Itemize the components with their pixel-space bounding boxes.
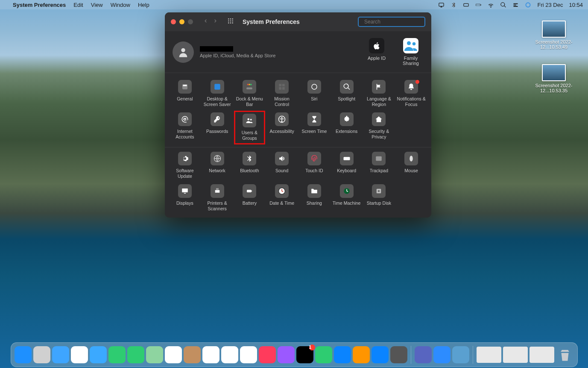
dock-pages[interactable] (353, 346, 370, 363)
pref-print[interactable]: Printers & Scanners (202, 183, 233, 213)
control-center-icon[interactable] (512, 2, 519, 8)
bluetooth-off-icon[interactable] (451, 2, 457, 8)
security-icon (372, 112, 386, 126)
close-button[interactable] (171, 19, 176, 24)
pref-touch[interactable]: Touch ID (298, 150, 330, 181)
pref-spotlight[interactable]: Spotlight (331, 78, 363, 109)
dock-chrome[interactable] (71, 346, 88, 363)
pref-users[interactable]: Users & Groups (234, 111, 266, 144)
wifi-icon[interactable] (488, 2, 494, 8)
pref-dock[interactable]: Dock & Menu Bar (234, 78, 266, 109)
passwd-icon (211, 112, 224, 126)
pref-batt[interactable]: Battery (234, 183, 266, 213)
show-all-icon[interactable] (227, 18, 234, 26)
dock-downloads2[interactable] (503, 347, 528, 363)
dock-zoom[interactable] (433, 346, 451, 363)
dock-numbers[interactable] (315, 346, 332, 363)
dock-contacts[interactable] (184, 346, 201, 363)
pref-passwd[interactable]: Passwords (202, 111, 233, 144)
spotlight-icon[interactable] (500, 2, 506, 8)
pref-label: Internet Accounts (170, 129, 200, 140)
menu-help[interactable]: Help (138, 2, 149, 8)
pref-siri[interactable]: Siri (298, 78, 330, 109)
dock-safari[interactable] (52, 346, 69, 363)
desktop-file[interactable]: Screenshot 2022-12...10.53.35 (532, 64, 575, 93)
pref-bt[interactable]: Bluetooth (234, 150, 266, 181)
svg-point-35 (410, 156, 413, 162)
svg-rect-24 (249, 84, 250, 85)
keyboard-input-icon[interactable] (463, 2, 469, 8)
pref-lang[interactable]: Language & Region (363, 78, 395, 109)
dock-preview[interactable] (452, 346, 469, 363)
pref-desktop[interactable]: Desktop & Screen Saver (202, 78, 233, 109)
pref-intacc[interactable]: Internet Accounts (169, 111, 201, 144)
profile-row[interactable]: Apple ID, iCloud, Media & App Store Appl… (165, 31, 431, 73)
menu-window[interactable]: Window (111, 2, 130, 8)
app-menu[interactable]: System Preferences (13, 2, 66, 8)
dock-keynote[interactable] (334, 346, 351, 363)
pref-keyboard[interactable]: Keyboard (331, 150, 363, 181)
family-sharing-button[interactable]: Family Sharing (398, 38, 424, 66)
spotlight-icon (340, 80, 354, 94)
battery-icon[interactable] (475, 2, 482, 8)
dock-downloads1[interactable] (477, 347, 501, 363)
pref-sharing[interactable]: Sharing (298, 183, 330, 213)
bt-icon (243, 152, 256, 165)
forward-button[interactable] (213, 18, 218, 26)
dock-finder[interactable] (15, 346, 32, 363)
pref-trackpad[interactable]: Trackpad (363, 150, 395, 181)
pref-general[interactable]: General (169, 78, 201, 109)
menu-view[interactable]: View (91, 2, 103, 8)
dock-appstore[interactable] (372, 346, 389, 363)
pref-access[interactable]: Accessibility (266, 111, 298, 144)
dock-downloads3[interactable] (529, 347, 554, 363)
touch-icon (307, 152, 321, 165)
siri-icon[interactable] (525, 2, 531, 8)
dock-maps[interactable] (146, 346, 163, 363)
back-button[interactable] (203, 18, 208, 26)
menu-edit[interactable]: Edit (73, 2, 83, 8)
dock-sysprefs[interactable] (390, 346, 407, 363)
pref-mission[interactable]: Mission Control (266, 78, 298, 109)
pref-tm[interactable]: Time Machine (331, 183, 363, 213)
pref-disp[interactable]: Displays (169, 183, 201, 213)
desktop-icon (211, 80, 224, 94)
dock-messages[interactable] (127, 346, 144, 363)
dock-facetime[interactable] (108, 346, 126, 363)
desktop-file[interactable]: Screenshot 2022-12...10.53.49 (532, 21, 575, 50)
dock-appletv[interactable] (296, 346, 313, 363)
dock-reminders[interactable] (221, 346, 238, 363)
pref-date[interactable]: Date & Time (266, 183, 298, 213)
pref-swupd[interactable]: Software Update (169, 150, 201, 181)
avatar (173, 41, 194, 63)
apple-id-button[interactable]: Apple ID (364, 38, 389, 66)
dock-notes[interactable] (240, 346, 257, 363)
minimize-button[interactable] (179, 19, 184, 24)
batt-icon (243, 184, 256, 198)
user-name-redacted (200, 46, 233, 52)
screen-mirroring-icon[interactable] (438, 2, 445, 8)
pref-label: Siri (299, 96, 329, 107)
pref-mouse[interactable]: Mouse (395, 150, 427, 181)
mouse-icon (404, 152, 418, 165)
search-input[interactable] (364, 19, 428, 25)
pref-ext[interactable]: Extensions (331, 111, 363, 144)
pref-startup[interactable]: Startup Disk (363, 183, 395, 213)
dock-music[interactable] (259, 346, 276, 363)
pref-screen[interactable]: Screen Time (298, 111, 330, 144)
dock-mail[interactable] (90, 346, 107, 363)
pref-sound[interactable]: Sound (266, 150, 298, 181)
dock-trash[interactable] (556, 346, 574, 364)
dock-calendar[interactable] (202, 346, 219, 363)
dock-podcasts[interactable] (278, 346, 295, 363)
apple-id-label: Apple ID (364, 56, 389, 61)
svg-rect-37 (216, 188, 219, 190)
menubar-date[interactable]: Fri 23 Dec (537, 2, 563, 8)
dock-launchpad[interactable] (33, 346, 50, 363)
dock-teams[interactable] (415, 346, 432, 363)
pref-notif[interactable]: Notifications & Focus (395, 78, 427, 109)
pref-security[interactable]: Security & Privacy (363, 111, 395, 144)
dock-photos[interactable] (165, 346, 182, 363)
pref-net[interactable]: Network (202, 150, 233, 181)
menubar-time[interactable]: 10:54 (569, 2, 583, 8)
